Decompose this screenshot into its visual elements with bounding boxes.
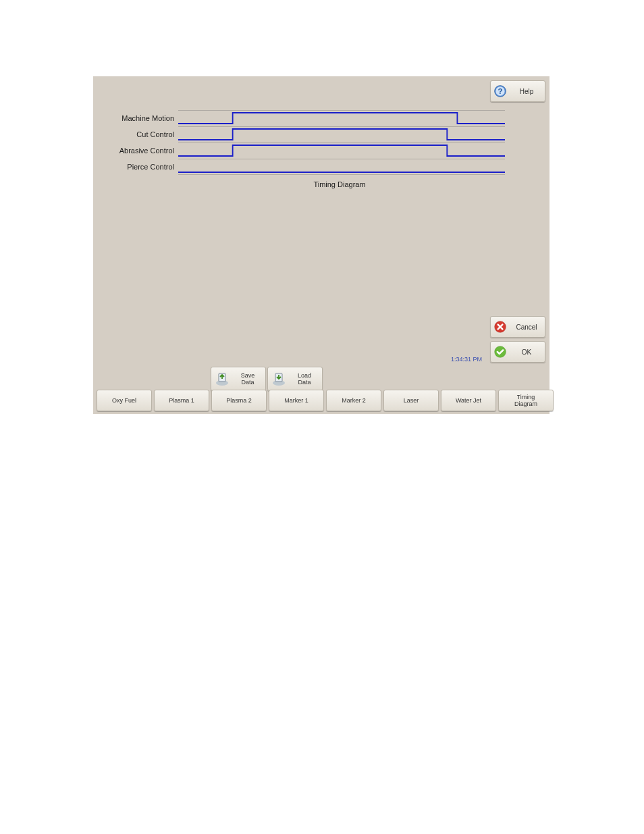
- cancel-button[interactable]: Cancel: [490, 316, 545, 338]
- tab-label: Oxy Fuel: [112, 397, 136, 404]
- signal-plot: [178, 110, 505, 126]
- load-data-button[interactable]: Load Data: [267, 367, 323, 391]
- tab-water-jet[interactable]: Water Jet: [441, 390, 496, 411]
- signal-label: Cut Control: [107, 130, 178, 138]
- signal-plot: [178, 159, 505, 175]
- help-icon: ?: [493, 84, 507, 98]
- clock: 1:34:31 PM: [451, 356, 482, 363]
- tab-label: Plasma 1: [169, 397, 194, 404]
- signal-row: Abrasive Control: [107, 142, 505, 159]
- ok-button[interactable]: OK: [490, 341, 545, 363]
- signal-row: Machine Motion: [107, 110, 505, 126]
- tab-label: Laser: [404, 397, 419, 404]
- help-label: Help: [511, 88, 545, 95]
- tab-plasma-1[interactable]: Plasma 1: [154, 390, 209, 411]
- tab-marker-2[interactable]: Marker 2: [326, 390, 381, 411]
- signal-row: Pierce Control: [107, 159, 505, 175]
- ok-label: OK: [511, 348, 545, 356]
- tab-label: Marker 2: [342, 397, 366, 404]
- signal-plot: [178, 142, 505, 159]
- tab-bar: Oxy Fuel Plasma 1 Plasma 2 Marker 1 Mark…: [97, 390, 554, 411]
- timing-diagram: Machine Motion Cut Control: [107, 110, 505, 188]
- tab-timing-diagram[interactable]: Timing Diagram: [498, 390, 554, 411]
- save-data-label: Save Data: [230, 372, 265, 386]
- tab-laser[interactable]: Laser: [383, 390, 439, 411]
- signal-label: Pierce Control: [107, 163, 178, 171]
- tab-plasma-2[interactable]: Plasma 2: [211, 390, 267, 411]
- help-button[interactable]: ? Help: [490, 80, 545, 102]
- tab-marker-1[interactable]: Marker 1: [269, 390, 324, 411]
- svg-text:?: ?: [498, 86, 502, 95]
- diagram-title: Timing Diagram: [107, 180, 505, 188]
- cancel-label: Cancel: [511, 323, 545, 331]
- ok-icon: [493, 345, 507, 359]
- signal-row: Cut Control: [107, 126, 505, 142]
- signal-label: Abrasive Control: [107, 147, 178, 155]
- save-data-button[interactable]: Save Data: [211, 367, 266, 391]
- load-icon: [271, 371, 287, 387]
- load-data-label: Load Data: [287, 372, 322, 386]
- save-icon: [214, 371, 230, 387]
- tab-label: Plasma 2: [226, 397, 252, 404]
- tab-label: Marker 1: [284, 397, 308, 404]
- signal-label: Machine Motion: [107, 114, 178, 122]
- app-window: ? Help Cancel OK: [93, 76, 549, 414]
- tab-oxy-fuel[interactable]: Oxy Fuel: [97, 390, 152, 411]
- tab-label: Timing Diagram: [514, 394, 537, 407]
- tab-label: Water Jet: [456, 397, 481, 404]
- cancel-icon: [493, 320, 507, 334]
- signal-plot: [178, 126, 505, 142]
